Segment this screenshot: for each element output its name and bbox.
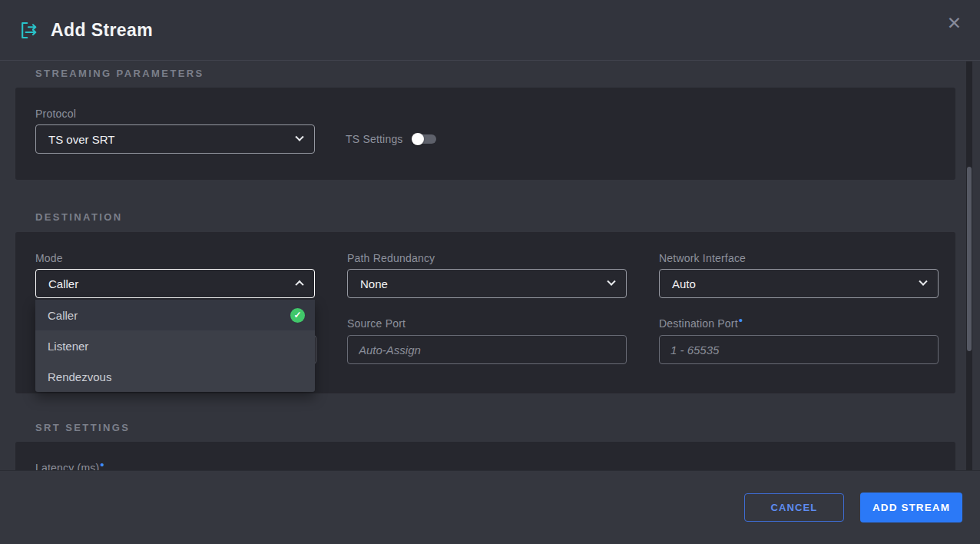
ts-settings-label: TS Settings [346, 133, 403, 145]
check-icon: ✓ [290, 308, 305, 323]
protocol-select[interactable]: TS over SRT [35, 124, 315, 154]
modal-title: Add Stream [51, 20, 153, 41]
path-redundancy-select[interactable]: None [347, 269, 627, 298]
mode-value: Caller [48, 277, 78, 290]
mode-option-listener[interactable]: Listener [35, 330, 315, 361]
section-heading-srt-settings: SRT SETTINGS [35, 422, 130, 433]
network-interface-label: Network Interface [659, 252, 746, 264]
network-interface-value: Auto [672, 277, 696, 290]
path-redundancy-label: Path Redundancy [347, 252, 435, 264]
required-indicator: • [100, 458, 104, 470]
path-redundancy-value: None [360, 277, 388, 290]
chevron-up-icon [295, 280, 303, 289]
destination-port-input[interactable] [659, 335, 939, 364]
mode-label: Mode [35, 252, 63, 264]
destination-port-label: Destination Port• [659, 317, 743, 330]
modal-footer: CANCEL ADD STREAM [0, 470, 980, 544]
ts-settings-row: TS Settings [346, 124, 436, 154]
destination-panel: Mode Path Redundancy Network Interface C… [15, 232, 955, 393]
stream-out-icon [18, 20, 39, 41]
network-interface-select[interactable]: Auto [659, 269, 939, 298]
section-heading-streaming-parameters: STREAMING PARAMETERS [35, 68, 204, 79]
chevron-down-icon [919, 277, 927, 286]
latency-label: Latency (ms)• [35, 462, 104, 470]
mode-dropdown-list: Caller ✓ Listener Rendezvous [35, 300, 315, 392]
cancel-button[interactable]: CANCEL [744, 493, 844, 522]
srt-settings-panel: Latency (ms)• [15, 442, 955, 470]
chevron-down-icon [607, 277, 615, 286]
mode-option-rendezvous[interactable]: Rendezvous [35, 361, 315, 392]
add-stream-button[interactable]: ADD STREAM [860, 493, 962, 522]
scrollbar-thumb[interactable] [967, 167, 972, 351]
modal-body: STREAMING PARAMETERS Protocol TS over SR… [0, 61, 980, 470]
ts-settings-toggle[interactable] [413, 134, 436, 144]
modal-header: Add Stream ✕ [0, 0, 980, 61]
source-port-input[interactable] [347, 335, 627, 364]
toggle-knob [412, 133, 424, 145]
source-port-label: Source Port [347, 317, 406, 330]
mode-select[interactable]: Caller [35, 269, 315, 298]
protocol-value: TS over SRT [48, 133, 114, 146]
close-icon[interactable]: ✕ [947, 15, 962, 32]
mode-option-caller[interactable]: Caller ✓ [35, 300, 315, 330]
streaming-parameters-panel: Protocol TS over SRT TS Settings [15, 88, 955, 180]
required-indicator: • [739, 313, 743, 327]
add-stream-modal: Add Stream ✕ STREAMING PARAMETERS Protoc… [0, 0, 980, 544]
section-heading-destination: DESTINATION [35, 211, 123, 223]
chevron-down-icon [295, 133, 303, 141]
protocol-label: Protocol [35, 108, 76, 120]
